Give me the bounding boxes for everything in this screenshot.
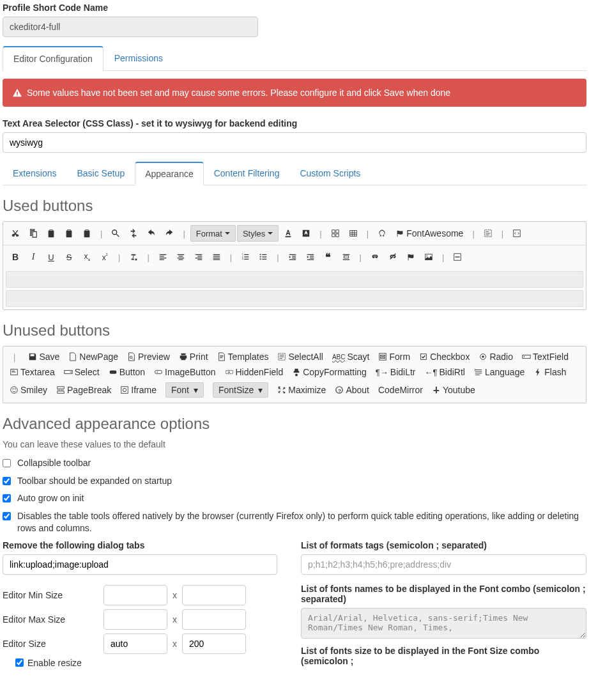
empty-toolbar-row[interactable] [6, 290, 583, 307]
flash-button[interactable]: Flash [533, 367, 566, 377]
outdent-icon[interactable] [284, 249, 301, 265]
radio-button[interactable]: Radio [478, 352, 513, 362]
align-right-icon[interactable] [190, 249, 207, 265]
profile-shortcode-input[interactable] [3, 17, 258, 37]
youtube-button[interactable]: Youtube [432, 385, 475, 395]
align-left-icon[interactable] [155, 249, 171, 265]
codemirror-button[interactable]: CodeMirror [378, 385, 423, 395]
scayt-button[interactable]: ABCScayt [332, 352, 370, 362]
iframe-button[interactable]: Iframe [120, 385, 157, 395]
preview-button[interactable]: Preview [127, 352, 170, 362]
fonts-textarea[interactable]: Arial/Arial, Helvetica, sans-serif;Times… [301, 608, 586, 639]
find-icon[interactable] [107, 225, 124, 242]
redo-icon[interactable] [161, 225, 178, 242]
anchor-icon[interactable] [402, 249, 419, 265]
autogrow-checkbox[interactable] [3, 494, 11, 502]
copyformatting-button[interactable]: CopyFormatting [292, 367, 367, 377]
min-height-input[interactable] [182, 585, 246, 605]
showblocks-icon[interactable] [480, 225, 496, 242]
replace-icon[interactable] [125, 225, 142, 242]
imagebutton-button[interactable]: ImageButton [154, 367, 215, 377]
horizontalrule-icon[interactable] [449, 249, 466, 265]
save-button[interactable]: Save [28, 352, 59, 362]
subtab-content-filtering[interactable]: Content Filtering [204, 162, 290, 185]
hiddenfield-button[interactable]: HHiddenField [225, 367, 284, 377]
expanded-checkbox[interactable] [3, 477, 11, 485]
formats-input[interactable] [301, 554, 586, 575]
min-width-input[interactable] [103, 585, 167, 605]
specialchar-icon[interactable] [327, 225, 344, 242]
bold-icon[interactable]: B [7, 249, 24, 265]
fontawesome-button[interactable]: FontAwesome [392, 225, 467, 242]
blockquote-icon[interactable]: ❝ [320, 249, 337, 265]
div-icon[interactable] [338, 249, 355, 265]
subtab-appearance[interactable]: Appearance [135, 162, 204, 185]
superscript-icon[interactable]: x² [96, 249, 113, 265]
language-button[interactable]: Language [474, 367, 524, 377]
print-button[interactable]: Print [179, 352, 208, 362]
subtab-basic-setup[interactable]: Basic Setup [66, 162, 135, 185]
select-button[interactable]: Select [64, 367, 100, 377]
size-width-input[interactable] [103, 634, 167, 654]
numbered-list-icon[interactable]: 123 [237, 249, 254, 265]
table-icon[interactable] [345, 225, 362, 242]
bg-color-icon[interactable] [298, 225, 314, 242]
bidirtl-button[interactable]: ←¶BidiRtl [424, 367, 464, 377]
selectall-button[interactable]: SelectAll [277, 352, 323, 362]
smiley-button[interactable]: Smiley [10, 385, 47, 395]
size-height-input[interactable] [182, 634, 246, 654]
disabletable-checkbox[interactable] [3, 512, 11, 520]
collapsible-checkbox[interactable] [3, 459, 11, 467]
svg-rect-3 [332, 230, 335, 233]
sub-tabs: Extensions Basic Setup Appearance Conten… [3, 162, 586, 185]
svg-point-0 [112, 230, 117, 235]
bidiltr-button[interactable]: ¶→BidiLtr [376, 367, 416, 377]
textarea-button[interactable]: Textarea [10, 367, 55, 377]
enable-resize-checkbox[interactable] [15, 658, 24, 667]
button-button[interactable]: Button [109, 367, 145, 377]
tab-permissions[interactable]: Permissions [103, 46, 174, 71]
css-selector-input[interactable] [3, 132, 586, 153]
unlink-icon[interactable] [385, 249, 401, 265]
omega-icon[interactable] [374, 225, 390, 242]
checkbox-button[interactable]: Checkbox [419, 352, 470, 362]
copy-icon[interactable] [25, 225, 42, 242]
maximize-button[interactable]: Maximize [277, 385, 326, 395]
cut-icon[interactable] [7, 225, 24, 242]
styles-dropdown[interactable]: Styles [237, 225, 279, 242]
form-button[interactable]: Form [378, 352, 410, 362]
format-dropdown[interactable]: Format [190, 225, 236, 242]
underline-icon[interactable]: U [43, 249, 59, 265]
indent-icon[interactable] [302, 249, 319, 265]
tab-editor-configuration[interactable]: Editor Configuration [3, 46, 103, 71]
remove-tabs-input[interactable] [3, 554, 277, 575]
textfield-button[interactable]: TextField [522, 352, 569, 362]
bulleted-list-icon[interactable] [255, 249, 272, 265]
templates-button[interactable]: Templates [217, 352, 269, 362]
fontsize-dropdown[interactable]: FontSize▾ [213, 382, 268, 398]
about-button[interactable]: ?About [335, 385, 369, 395]
subtab-custom-scripts[interactable]: Custom Scripts [289, 162, 371, 185]
subtab-extensions[interactable]: Extensions [3, 162, 66, 185]
paste-word-icon[interactable] [79, 225, 95, 242]
undo-icon[interactable] [143, 225, 160, 242]
empty-toolbar-row[interactable] [6, 271, 583, 288]
align-justify-icon[interactable] [208, 249, 225, 265]
font-dropdown[interactable]: Font▾ [165, 382, 204, 398]
subscript-icon[interactable]: x₂ [79, 249, 95, 265]
paste-icon[interactable] [43, 225, 59, 242]
image-icon[interactable] [420, 249, 437, 265]
separator[interactable]: | [10, 352, 19, 362]
max-width-input[interactable] [103, 609, 167, 630]
strike-icon[interactable]: S [61, 249, 77, 265]
pagebreak-button[interactable]: PageBreak [56, 385, 111, 395]
text-color-icon[interactable] [280, 225, 296, 242]
link-icon[interactable] [367, 249, 383, 265]
paste-text-icon[interactable] [61, 225, 77, 242]
removeformat-icon[interactable] [125, 249, 142, 265]
max-height-input[interactable] [182, 609, 246, 630]
align-center-icon[interactable] [172, 249, 189, 265]
newpage-button[interactable]: NewPage [68, 352, 118, 362]
source-icon[interactable] [509, 225, 525, 242]
italic-icon[interactable]: I [25, 249, 42, 265]
